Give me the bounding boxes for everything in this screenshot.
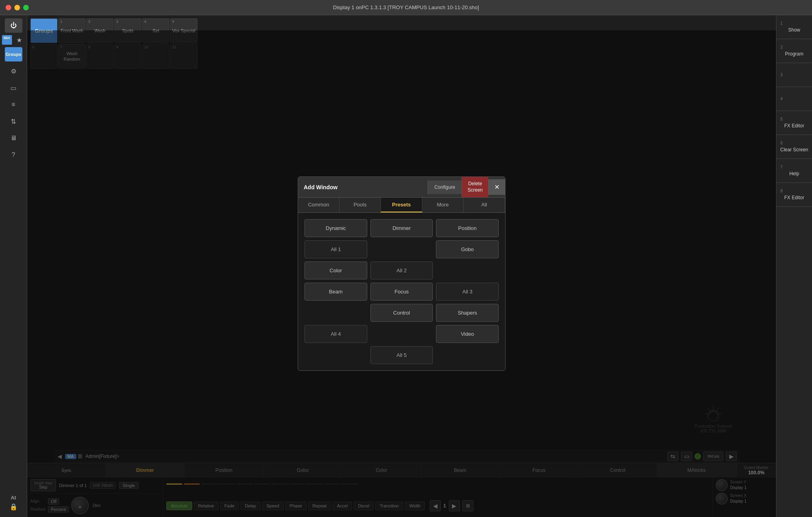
modal-tab-common[interactable]: Common: [298, 198, 340, 212]
groups-button[interactable]: Groups: [5, 47, 22, 61]
modal-btn-all5[interactable]: All 5: [370, 346, 433, 364]
modal-body: Dynamic Dimmer Position All 1 Gobo Color…: [298, 213, 505, 370]
right-panel-fx-editor-2[interactable]: 8 FX Editor: [776, 183, 812, 207]
modal-btn-control[interactable]: Control: [370, 304, 433, 322]
window-title: Display 1 onPC 1.3.1.3 [TROY CAMPUS Laun…: [333, 4, 479, 10]
modal-btn-all3[interactable]: All 3: [436, 283, 499, 301]
modal-btn-position[interactable]: Position: [436, 219, 499, 237]
lock-icon[interactable]: 🔒: [10, 503, 18, 511]
center-content: Groups 1 Front Wash 2 Wash 3 Spots 4 Set: [27, 15, 776, 517]
modal-btn-all1[interactable]: All 1: [304, 240, 367, 258]
right-panel-spacer: [776, 207, 812, 517]
modal-btn-focus[interactable]: Focus: [370, 283, 433, 301]
modal-btn-gobo[interactable]: Gobo: [436, 240, 499, 258]
screen-icon[interactable]: ▭: [5, 81, 22, 95]
right-panel-show[interactable]: 1 Show: [776, 15, 812, 39]
add-window-modal: Add Window Configure Delete Screen ✕ Com…: [298, 176, 506, 371]
minimize-traffic-light[interactable]: [14, 5, 20, 10]
modal-configure-button[interactable]: Configure: [428, 180, 462, 194]
at-button[interactable]: At: [11, 495, 16, 501]
mia-badge: MIA: [2, 35, 12, 45]
settings-icon[interactable]: ⚙: [5, 64, 22, 78]
modal-tab-pools[interactable]: Pools: [340, 198, 381, 212]
traffic-lights: [6, 5, 29, 10]
modal-close-button[interactable]: ✕: [488, 179, 505, 195]
right-panel-clear-screen[interactable]: 6 Clear Screen: [776, 135, 812, 159]
right-panel-4[interactable]: 4: [776, 87, 812, 111]
faders-icon[interactable]: ≡: [5, 97, 22, 112]
monitor-icon[interactable]: 🖥: [5, 131, 22, 145]
right-panel-3[interactable]: 3: [776, 63, 812, 87]
modal-btn-video[interactable]: Video: [436, 325, 499, 343]
modal-btn-dynamic[interactable]: Dynamic: [304, 219, 367, 237]
modal-btn-all2[interactable]: All 2: [370, 261, 433, 279]
modal-tab-all[interactable]: All: [464, 198, 505, 212]
help-icon[interactable]: ?: [5, 148, 22, 162]
right-panel-help[interactable]: 7 Help: [776, 159, 812, 183]
modal-btn-dimmer[interactable]: Dimmer: [370, 219, 433, 237]
modal-tab-more[interactable]: More: [422, 198, 464, 212]
modal-delete-screen-button[interactable]: Delete Screen: [462, 177, 488, 197]
titlebar: Display 1 onPC 1.3.1.3 [TROY CAMPUS Laun…: [0, 0, 812, 15]
modal-btn-shapers[interactable]: Shapers: [436, 304, 499, 322]
power-icon[interactable]: ⏻: [5, 18, 22, 33]
modal-grid: Dynamic Dimmer Position All 1 Gobo Color…: [304, 219, 499, 364]
arrows-icon[interactable]: ⇅: [5, 114, 22, 129]
close-traffic-light[interactable]: [6, 5, 11, 10]
right-panel-program[interactable]: 2 Program: [776, 39, 812, 63]
modal-tab-presets[interactable]: Presets: [381, 198, 422, 212]
right-panel-fx-editor-1[interactable]: 5 FX Editor: [776, 111, 812, 135]
right-sidebar: 1 Show 2 Program 3 4 5 FX Editor 6 Clear…: [776, 15, 812, 517]
modal-overlay: Add Window Configure Delete Screen ✕ Com…: [27, 30, 776, 517]
star-icon[interactable]: ★: [14, 35, 25, 45]
modal-tabs: Common Pools Presets More All: [298, 198, 505, 213]
modal-btn-beam[interactable]: Beam: [304, 283, 367, 301]
modal-title: Add Window: [298, 180, 428, 194]
left-sidebar: ⏻ MIA ★ Groups ⚙ ▭ ≡ ⇅ 🖥 ? At 🔒: [0, 15, 27, 517]
modal-btn-all4[interactable]: All 4: [304, 325, 367, 343]
modal-btn-color[interactable]: Color: [304, 261, 367, 279]
modal-header: Add Window Configure Delete Screen ✕: [298, 177, 505, 198]
maximize-traffic-light[interactable]: [23, 5, 29, 10]
